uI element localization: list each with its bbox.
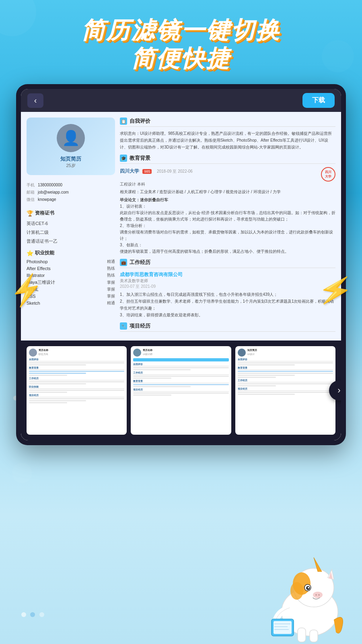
work-detail-2: 2、担任五年级班主任兼数学、美术老师，着力于培养学生创造能力，1个月内策划3次艺…	[120, 298, 335, 312]
edu-project-detail-6: 便捷的车锁装置，适用于任何高度的锁车地点；折叠后的形状，满足占地小、便于推拉的特…	[120, 248, 335, 255]
edu-header: 四川大学 985 2018-09 至 2022-06 四川大学	[120, 167, 335, 182]
thumb-section: 自我评价	[29, 358, 124, 361]
resume-area: 👤 知页简历 25岁 手机 13800000000 邮箱 job@	[21, 112, 341, 341]
edu-project-detail-2: 此款自行车设计的出发点是反思设计，从社会·经济·技术因素分析自行车市场，总结出其…	[120, 210, 335, 223]
thumb-section: 教育背景	[29, 367, 124, 370]
thumb-line	[29, 402, 67, 403]
thumb-header: 简历名称 UI设计师	[133, 349, 228, 357]
star-icon: ⭐	[27, 250, 33, 256]
resume-contact: 手机 13800000000 邮箱 job@weiapp.com 微信 know…	[27, 179, 115, 206]
unicorn-svg	[265, 531, 354, 644]
thumb-avatar	[133, 349, 141, 357]
thumb-line	[133, 369, 190, 370]
skill-level: 掌握	[107, 287, 115, 292]
thumb-section: 教育背景	[238, 367, 333, 370]
thumb-line	[29, 364, 86, 365]
thumb-line	[238, 385, 276, 386]
edu-icon: 🎓	[120, 155, 127, 162]
title-line2: 简便快捷	[131, 45, 231, 71]
thumb-line	[29, 392, 67, 393]
cert-item: 英语CET-6	[27, 219, 115, 228]
self-icon: 📋	[120, 118, 127, 125]
skill-name: After Effects	[27, 266, 51, 271]
edu-project-detail-5: 3、创新点：	[120, 242, 335, 248]
dots-left	[20, 611, 45, 620]
thumb-line	[29, 371, 124, 372]
skills-section-title: ⭐ 职业技能	[27, 250, 115, 256]
thumb-avatar	[29, 349, 37, 357]
thumb-line	[238, 375, 295, 376]
edu-stamp: 四川大学	[321, 167, 335, 182]
work-detail-1: 1、加入浙江常山招生点，每日完成超高强度线下招生，包含小升初各年级并招生439人…	[120, 291, 335, 298]
edu-date: 2018-09 至 2022-06	[157, 169, 193, 173]
phone-value: 13800000000	[38, 182, 62, 189]
project-icon: 🔧	[120, 322, 127, 330]
edu-project-label: 毕业论文：迷你折叠自行车	[120, 197, 335, 203]
header-title-section: 简历滤镜一键切换 简便快捷	[0, 0, 362, 80]
download-button[interactable]: 下载	[302, 93, 335, 108]
thumb-line	[238, 377, 276, 378]
thumb-line	[238, 364, 295, 365]
thumb-header: 知页简历 UI设计	[238, 349, 333, 357]
avatar: 👤	[57, 124, 85, 152]
thumb-line	[133, 386, 190, 387]
trophy-icon: 🏆	[27, 210, 33, 217]
thumb-section: 项目经历	[29, 394, 124, 397]
work-icon: 💼	[120, 259, 127, 266]
edu-school-info: 四川大学 985 2018-09 至 2022-06	[120, 167, 193, 175]
cert-list: 英语CET-6 计算机二级 普通话证书一乙	[27, 219, 115, 246]
svg-rect-14	[310, 630, 318, 642]
thumb-line	[29, 398, 124, 399]
avatar-icon: 👤	[62, 130, 80, 147]
self-eval-title: 📋 自我评价	[120, 118, 335, 127]
cert-item: 计算机二级	[27, 228, 115, 237]
lightning-left: ⚡	[6, 271, 47, 310]
device-inner: ‹ 下载 👤 知页简历 25岁	[21, 89, 341, 440]
thumb-avatar	[238, 349, 246, 357]
thumb-line	[29, 381, 124, 382]
thumb-line	[133, 376, 228, 377]
work-content: 成都学而思教育咨询有限公司 美术及数学老师 2020-07 至 2021-09 …	[120, 271, 335, 318]
skill-level: 掌握	[107, 280, 115, 285]
edu-project-detail-3: 2、市场分析：	[120, 223, 335, 229]
back-button[interactable]: ‹	[27, 93, 43, 108]
work-date: 2020-07 至 2021-09	[120, 284, 335, 289]
thumb-line	[238, 383, 333, 384]
thumbnail-1[interactable]: 简历名称 职位方向 自我评价 教育背景 工作经历 职业技能 项目经历	[27, 346, 127, 435]
thumbnail-2[interactable]: 简历名称 UI设计师 自我评价 工作经历 教育背景 项目经历	[131, 346, 231, 435]
svg-rect-13	[298, 628, 306, 642]
device-toolbar: ‹ 下载	[21, 89, 341, 112]
thumb-line	[29, 400, 86, 401]
thumb-section: 职业技能	[29, 386, 124, 389]
email-label: 邮箱	[27, 189, 36, 196]
mascot-unicorn	[265, 531, 354, 644]
skill-level: 精通	[107, 300, 115, 306]
edu-project-detail-4: 调查分析现有消费市场对自行车的需求，如租赁、承载货物等因素，加以以人为本的设计理…	[120, 229, 335, 242]
thumb-line	[133, 392, 228, 394]
thumb-name: 简历名称 UI设计师	[143, 349, 152, 357]
thumb-line	[29, 375, 67, 376]
edu-project-detail-1: 1、设计初衷：	[120, 203, 335, 210]
thumb-line	[238, 394, 295, 395]
resume-avatar-box: 👤 知页简历 25岁	[27, 118, 115, 175]
title-line1: 简历滤镜一键切换	[81, 17, 281, 43]
thumb-line	[29, 362, 124, 363]
svg-point-9	[315, 594, 317, 596]
svg-point-8	[313, 592, 323, 598]
skill-name: Photoshop	[27, 259, 48, 264]
skill-level: 熟练	[107, 272, 115, 278]
thumb-line	[29, 390, 124, 391]
svg-point-4	[290, 582, 303, 600]
certs-section-title: 🏆 资格证书	[27, 210, 115, 217]
thumb-section: 项目经历	[133, 388, 228, 392]
skill-row-photoshop: Photoshop 精通	[27, 259, 115, 264]
resume-right-content: 📋 自我评价 求职意向：UI设计师助理。985高校工程设计专业，熟悉产品设计流程…	[120, 118, 335, 335]
thumb-section: 教育背景	[133, 380, 228, 383]
wechat-label: 微信	[27, 196, 36, 203]
work-company: 成都学而思教育咨询有限公司	[120, 271, 335, 278]
email-value: job@weiapp.com	[38, 189, 69, 196]
cert-item: 普通话证书一乙	[27, 237, 115, 246]
work-section-title: 💼 工作经历	[120, 259, 335, 268]
main-title: 简历滤镜一键切换 简便快捷	[8, 16, 354, 72]
thumbnail-3[interactable]: 知页简历 UI设计 自我评价 教育背景 工作经历 项目经历	[235, 346, 335, 435]
